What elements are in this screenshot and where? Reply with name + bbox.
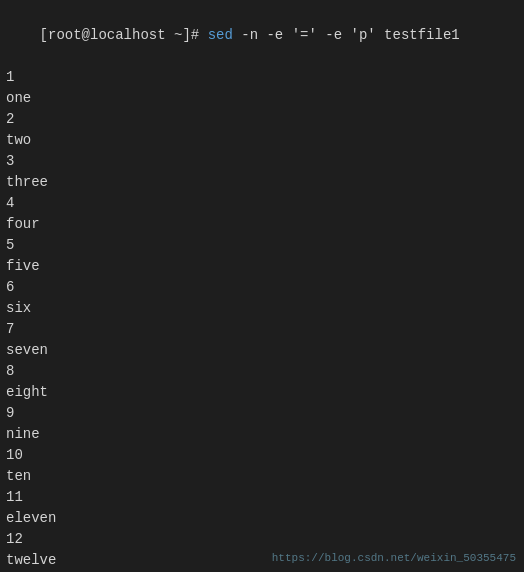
output-line: 2 xyxy=(6,109,518,130)
output-line: 11 xyxy=(6,487,518,508)
output-line: 1 xyxy=(6,67,518,88)
command-line: [root@localhost ~]# sed -n -e '=' -e 'p'… xyxy=(6,4,518,67)
terminal-window: [root@localhost ~]# sed -n -e '=' -e 'p'… xyxy=(0,0,524,572)
output-line: eleven xyxy=(6,508,518,529)
output-line: 6 xyxy=(6,277,518,298)
output-line: five xyxy=(6,256,518,277)
watermark: https://blog.csdn.net/weixin_50355475 xyxy=(272,552,516,564)
output-line: seven xyxy=(6,340,518,361)
cmd-args: -n -e '=' -e 'p' testfile1 xyxy=(233,27,460,43)
prompt: [root@localhost ~]# xyxy=(40,27,208,43)
output-line: 5 xyxy=(6,235,518,256)
output-line: 7 xyxy=(6,319,518,340)
output-line: 12 xyxy=(6,529,518,550)
output-line: two xyxy=(6,130,518,151)
output-line: six xyxy=(6,298,518,319)
output-line: three xyxy=(6,172,518,193)
output-line: four xyxy=(6,214,518,235)
output-line: 10 xyxy=(6,445,518,466)
output-line: ten xyxy=(6,466,518,487)
output-line: 9 xyxy=(6,403,518,424)
output-line: 4 xyxy=(6,193,518,214)
output-container: 1one2two3three4four5five6six7seven8eight… xyxy=(6,67,518,571)
output-line: nine xyxy=(6,424,518,445)
cmd-keyword: sed xyxy=(208,27,233,43)
output-line: one xyxy=(6,88,518,109)
output-line: 8 xyxy=(6,361,518,382)
output-line: 3 xyxy=(6,151,518,172)
output-line: eight xyxy=(6,382,518,403)
